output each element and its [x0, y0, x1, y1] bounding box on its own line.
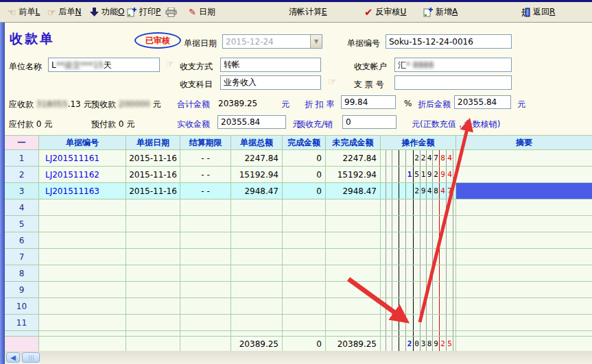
actual-amount-input[interactable] — [217, 115, 286, 129]
chevron-down-icon[interactable]: ▼ — [310, 35, 322, 48]
unit-name-input[interactable]: L**提交***15天 — [48, 58, 160, 72]
doc-no-cell[interactable] — [39, 216, 126, 232]
doc-no-cell[interactable] — [39, 298, 126, 315]
table-row[interactable]: 8 — [5, 265, 592, 282]
row-number-cell: 10 — [5, 298, 39, 315]
empty-cell — [180, 331, 231, 337]
check-no-input[interactable] — [394, 75, 512, 90]
discount-rate-unit: % — [404, 99, 412, 108]
doc-no-label: 单据编号 — [347, 38, 380, 49]
after-discount-unit: 元 — [517, 99, 525, 110]
undone-amount-cell: 15192.94 — [326, 167, 381, 183]
doc-plus-icon — [423, 8, 433, 17]
done-amount-cell — [283, 232, 326, 249]
header-doc-date[interactable]: 单据日期 — [126, 136, 180, 150]
summary-date-cell — [126, 337, 180, 352]
header-rownum: 一 — [5, 136, 39, 150]
header-remark[interactable]: 摘要 — [456, 136, 592, 150]
settle-term-cell — [180, 249, 231, 265]
settle-term-cell: - - — [180, 150, 231, 167]
done-amount-cell: 0 — [283, 167, 326, 183]
table-row[interactable]: 1LJ2015111612015-11-16- -2247.8402247.84… — [5, 150, 592, 167]
doc-no-cell[interactable] — [39, 199, 126, 216]
settle-term-cell: - - — [180, 167, 231, 183]
pre-receivable-label: 预收款 — [91, 99, 116, 109]
header-doc-no[interactable]: 单据编号 — [39, 136, 126, 150]
op-amount-digit-grid: 1519294 — [381, 167, 456, 183]
page-title: 收款单 — [10, 30, 55, 48]
undone-amount-cell — [326, 265, 381, 282]
doc-total-cell: 2247.84 — [231, 150, 283, 167]
done-amount-cell — [283, 249, 326, 265]
row-number-cell: 11 — [5, 315, 39, 331]
header-settle-term[interactable]: 结算期限 — [180, 136, 231, 150]
pre-offset-input[interactable] — [342, 115, 396, 129]
table-row[interactable]: 5 — [5, 216, 592, 232]
doc-no-cell[interactable]: LJ201511162 — [39, 167, 126, 183]
pen-icon: ✎ — [189, 8, 196, 17]
return-label: 返回 — [533, 7, 549, 16]
doc-no-input[interactable] — [386, 34, 512, 49]
summary-row: 20389.25020389.252038925 — [5, 337, 592, 352]
table-row[interactable]: 6 — [5, 232, 592, 249]
doc-date-combobox[interactable]: 2015-12-24 ▼ — [222, 34, 322, 49]
table-row[interactable]: 3LJ2015111632015-11-16- -2948.4702948.47… — [5, 183, 592, 199]
add-new-button[interactable]: 新增A — [421, 2, 460, 22]
doc-no-cell[interactable] — [39, 265, 126, 282]
header-undone-amount[interactable]: 未完成金额 — [326, 136, 381, 150]
date-button[interactable]: ✎ 日期 — [187, 2, 217, 22]
doc-no-cell[interactable]: LJ201511163 — [39, 183, 126, 199]
doc-date-cell — [126, 315, 180, 331]
subject-input[interactable] — [220, 75, 321, 90]
undone-amount-cell: 2247.84 — [326, 150, 381, 167]
doc-no-cell[interactable] — [39, 249, 126, 265]
table-row[interactable]: 11 — [5, 315, 592, 331]
remark-cell — [456, 150, 592, 167]
doc-no-cell[interactable] — [39, 282, 126, 298]
doc-date-cell — [126, 199, 180, 216]
empty-cell — [326, 331, 381, 337]
pay-method-input[interactable] — [220, 58, 321, 72]
row-number-cell: 9 — [5, 282, 39, 298]
discount-rate-input[interactable] — [341, 95, 396, 109]
prev-doc-button[interactable]: ☜ 前单L — [5, 2, 42, 22]
header-done-amount[interactable]: 完成金额 — [283, 136, 326, 150]
receivable-label: 应收款 — [9, 99, 34, 109]
unit-name-part2: 天 — [104, 60, 112, 70]
print-button[interactable]: 打印P — [125, 2, 163, 22]
scrollbar-thumb[interactable] — [22, 352, 40, 363]
unit-name-redacted: **提交***15 — [56, 60, 104, 70]
header-doc-total[interactable]: 单据总额 — [231, 136, 283, 150]
undone-amount-cell — [326, 282, 381, 298]
clear-calc-button[interactable]: 清帐计算E — [287, 2, 329, 22]
account-input[interactable]: 汇* 8888 — [394, 58, 512, 72]
remark-cell — [456, 249, 592, 265]
unaudit-button[interactable]: ✔ 反审核U — [362, 2, 408, 22]
horizontal-scrollbar[interactable]: ◀ — [5, 351, 592, 364]
header-op-amount[interactable]: 操作金额 — [381, 136, 456, 150]
return-button[interactable]: 返回R — [519, 2, 557, 22]
scroll-left-button[interactable]: ◀ — [6, 352, 20, 363]
doc-total-cell — [231, 199, 283, 216]
after-discount-input[interactable] — [454, 95, 511, 109]
summary-undone-cell: 20389.25 — [326, 337, 381, 352]
doc-no-cell[interactable] — [39, 315, 126, 331]
settle-term-cell — [180, 298, 231, 315]
printer-button[interactable] — [163, 2, 179, 22]
functions-button[interactable]: 功能O — [88, 2, 126, 22]
table-row[interactable]: 2LJ2015111622015-11-16- -15192.94015192.… — [5, 167, 592, 183]
pre-receivable-tail: 元 — [152, 99, 161, 109]
next-doc-button[interactable]: ☞ 后单N — [45, 2, 84, 22]
doc-no-cell[interactable] — [39, 232, 126, 249]
remark-cell — [456, 199, 592, 216]
unaudit-label: 反审核 — [376, 7, 401, 16]
undone-amount-cell — [326, 232, 381, 249]
op-amount-digit-grid — [381, 331, 456, 337]
hand-pointer-icon: ☞ — [328, 77, 337, 86]
table-row[interactable]: 10 — [5, 298, 592, 315]
table-row[interactable]: 4 — [5, 199, 592, 216]
table-row[interactable]: 9 — [5, 282, 592, 298]
doc-no-cell[interactable]: LJ201511161 — [39, 150, 126, 167]
table-row[interactable]: 7 — [5, 249, 592, 265]
remark-cell — [456, 298, 592, 315]
